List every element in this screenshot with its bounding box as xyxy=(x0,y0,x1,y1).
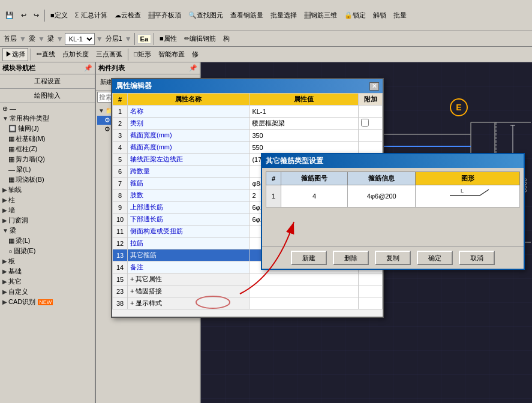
prop-row[interactable]: 38+ 显示样式 xyxy=(113,297,383,309)
cancel-btn[interactable]: 取消 xyxy=(459,251,495,265)
batch2-label: 批量 xyxy=(393,11,407,20)
top-toolbar: 💾 ↩ ↪ ■定义 Σ 汇总计算 ☁云检查 ▦平齐板顶 🔍查找图元 查看钢筋量 … xyxy=(0,0,532,31)
rebar-3d-btn[interactable]: ▦钢筋三维 xyxy=(301,9,340,22)
select-btn[interactable]: ▶选择 xyxy=(2,48,28,61)
nav-frame-col[interactable]: ▦ 框柱(Z) xyxy=(1,144,94,154)
batch2-btn[interactable]: 批量 xyxy=(390,9,410,22)
beam-label1: 梁 xyxy=(28,34,37,43)
drawing-input-nav[interactable]: 绘图输入 xyxy=(0,89,95,103)
prop-row-attach xyxy=(359,285,383,297)
nav-beam-item[interactable]: — 梁(L) xyxy=(1,164,94,175)
modify-btn[interactable]: 修 xyxy=(189,48,202,61)
nav-circle-beam[interactable]: ○ 圆梁(E) xyxy=(1,246,94,256)
nav-foundation[interactable]: ▶ 基础 xyxy=(1,266,94,276)
rect-btn[interactable]: □矩形 xyxy=(131,48,154,61)
floor-label: 首层 xyxy=(2,34,18,43)
save-btn[interactable]: 💾 xyxy=(2,9,17,22)
prop-row-num: 12 xyxy=(113,237,128,249)
new-badge: NEW xyxy=(38,299,53,305)
redo-btn[interactable]: ↪ xyxy=(31,9,42,22)
prop-row-value[interactable] xyxy=(250,285,359,297)
nav-axis[interactable]: ▶ 轴线 xyxy=(1,185,94,195)
define-btn[interactable]: ■定义 xyxy=(47,9,71,22)
nav-add-item[interactable]: ⊕ — xyxy=(1,104,94,113)
nav-window-door[interactable]: ▶ 门窗洞 xyxy=(1,215,94,225)
nav-wall[interactable]: ▶ 墙 xyxy=(1,205,94,215)
nav-beam2[interactable]: ▼ 梁 xyxy=(1,225,94,236)
cloud-check-btn[interactable]: ☁云检查 xyxy=(112,9,144,22)
axis-label: 轴线 xyxy=(8,185,22,194)
nav-common-types[interactable]: ▼ 常用构件类型 xyxy=(1,113,94,124)
nav-slab[interactable]: ▦ 现浇板(B) xyxy=(1,175,94,185)
wall-label: 墙 xyxy=(8,206,15,215)
nav-beam-l[interactable]: ▦ 梁(L) xyxy=(1,236,94,246)
prop-row[interactable]: 23+ 锚固搭接 xyxy=(113,285,383,297)
delete-rebar-btn[interactable]: 删除 xyxy=(333,251,369,265)
nav-custom[interactable]: ▶ 自定义 xyxy=(1,287,94,297)
dlg-col-shape: 图形 xyxy=(416,172,520,185)
prop-row[interactable]: 2类别楼层框架梁 xyxy=(113,118,383,130)
nav-shear-wall[interactable]: ▦ 剪力墙(Q) xyxy=(1,154,94,164)
prop-row-value[interactable]: 550 xyxy=(250,142,359,154)
prop-row-num: 8 xyxy=(113,190,128,202)
slab2-label: 板 xyxy=(8,257,15,266)
nav-col[interactable]: ▶ 柱 xyxy=(1,195,94,205)
other-rebar-table: # 箍筋图号 箍筋信息 图形 1 4 4φ6@200 xyxy=(266,172,520,207)
prop-row[interactable]: 3截面宽度(mm)350 xyxy=(113,130,383,142)
prop-row[interactable]: 15+ 其它属性 xyxy=(113,273,383,285)
prop-row-attach xyxy=(359,142,383,154)
prop-row-num: 11 xyxy=(113,225,128,237)
nav-pile-cap[interactable]: ▦ 桩基础(M) xyxy=(1,134,94,144)
prop-row-attach[interactable] xyxy=(359,118,383,130)
prop-row-value[interactable]: KL-1 xyxy=(250,106,359,118)
drawing-input-label: 绘图输入 xyxy=(34,92,61,99)
prop-row-name: 箍筋 xyxy=(128,178,250,190)
ok-btn[interactable]: 确定 xyxy=(417,251,453,265)
prop-close-btn[interactable]: ✕ xyxy=(369,82,379,91)
prop-row-value[interactable]: 350 xyxy=(250,130,359,142)
nav-cad-id[interactable]: ▶ CAD识别 NEW xyxy=(1,297,94,307)
unlock-label: 解锁 xyxy=(373,11,386,20)
rebar-row-num: 1 xyxy=(266,185,281,207)
prop-row-value[interactable] xyxy=(250,297,359,309)
undo-btn[interactable]: ↩ xyxy=(18,9,29,22)
project-settings-nav[interactable]: 工程设置 xyxy=(0,74,95,89)
prop-row-value[interactable]: 楼层框架梁 xyxy=(250,118,359,130)
frame-col-label: 框柱(Z) xyxy=(16,145,37,154)
find-elem-btn[interactable]: 🔍查找图元 xyxy=(185,9,226,22)
view-rebar-btn[interactable]: 查看钢筋量 xyxy=(227,9,266,22)
nav-axis-net[interactable]: 🔲 轴网(J) xyxy=(1,124,94,134)
smart-layout-btn[interactable]: 智能布置 xyxy=(155,48,188,61)
line-btn[interactable]: ✏直线 xyxy=(34,48,58,61)
unlock-btn[interactable]: 解锁 xyxy=(370,9,389,22)
batch-select-btn[interactable]: 批量选择 xyxy=(267,9,300,22)
property-btn[interactable]: ■属性 xyxy=(157,32,180,46)
axis-net-icon: 🔲 xyxy=(8,125,17,133)
attach-checkbox[interactable] xyxy=(361,119,369,127)
config-btn[interactable]: 构 xyxy=(220,32,233,46)
flat-panel-label: ▦平齐板顶 xyxy=(148,11,181,20)
prop-row-value[interactable] xyxy=(250,273,359,285)
prop-row[interactable]: 4截面高度(mm)550 xyxy=(113,142,383,154)
lock-btn[interactable]: 🔒锁定 xyxy=(341,9,369,22)
kl-select[interactable]: KL-1 xyxy=(65,33,95,45)
sum-calc-btn[interactable]: Σ 汇总计算 xyxy=(72,9,110,22)
nav-slab2[interactable]: ▶ 板 xyxy=(1,256,94,266)
point-arc-btn[interactable]: 点加长度 xyxy=(59,48,92,61)
three-point-btn[interactable]: 三点画弧 xyxy=(93,48,125,61)
edit-rebar-btn[interactable]: ✏编辑钢筋 xyxy=(181,32,219,46)
other-rebar-title: 其它箍筋类型设置 xyxy=(266,157,323,165)
col-value: 属性值 xyxy=(250,94,359,106)
prop-row[interactable]: 1名称KL-1 xyxy=(113,106,383,118)
prop-row-name: 肢数 xyxy=(128,190,250,202)
point-arc-label: 点加长度 xyxy=(62,50,89,59)
prop-titlebar: 属性编辑器 ✕ xyxy=(112,79,383,93)
copy-rebar-btn[interactable]: 复制 xyxy=(375,251,411,265)
nav-other[interactable]: ▶ 其它 xyxy=(1,276,94,287)
col-name: 属性名称 xyxy=(128,94,250,106)
new-rebar-btn[interactable]: 新建 xyxy=(291,251,327,265)
rebar-row-1[interactable]: 1 4 4φ6@200 L xyxy=(266,185,520,207)
rebar-info-cell[interactable]: 4φ6@200 xyxy=(348,185,416,207)
flat-panel-btn[interactable]: ▦平齐板顶 xyxy=(145,9,184,22)
navigator-title: 模块导航栏 xyxy=(2,64,35,73)
